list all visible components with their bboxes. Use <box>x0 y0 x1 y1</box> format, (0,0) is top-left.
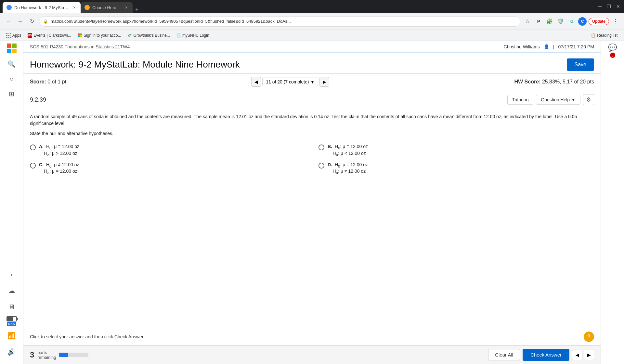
reading-list-button[interactable]: 📋 Reading list <box>588 32 620 39</box>
new-tab-button[interactable]: + <box>133 6 141 13</box>
save-button[interactable]: Save <box>567 58 594 71</box>
option-a-row: A. H0: μ = 12.00 oz Ha: μ > 12.00 oz <box>30 144 306 157</box>
option-d-h0: D. H0: μ = 12.00 oz <box>328 162 368 168</box>
browser-titlebar: Do Homework - 9-2 MyStatLab: ✕ Course He… <box>0 0 624 13</box>
hw-score-label: HW Score: <box>514 79 541 84</box>
option-d-radio[interactable] <box>318 163 324 169</box>
settings-button[interactable]: ⚙ <box>583 94 594 105</box>
more-options-button[interactable]: ⋮ <box>611 17 620 26</box>
homework-title: Homework: 9-2 MyStatLab: Module Nine Hom… <box>30 59 240 70</box>
hw-score-right: HW Score: 25.83%, 5.17 of 20 pts <box>514 79 594 85</box>
address-bar[interactable]: 🔒 mathxl.com/Student/PlayerHomework.aspx… <box>39 16 520 27</box>
course-title: SCS-501-R4230 Foundations in Statistics … <box>30 44 130 49</box>
question-help-label: Question Help <box>541 97 570 102</box>
bottom-instruction-bar: Click to select your answer and then cli… <box>23 328 601 345</box>
check-answer-button[interactable]: Check Answer <box>523 349 569 361</box>
tab1-title: Do Homework - 9-2 MyStatLab: <box>14 5 69 10</box>
question-num-row: 9.2.39 Tutoring Question Help ▼ ⚙ <box>30 90 594 108</box>
sidebar-screen-icon[interactable]: 🖥 <box>5 300 19 314</box>
help-button[interactable]: ? <box>584 332 594 342</box>
inactive-tab[interactable]: Course Hero ✕ <box>81 2 133 13</box>
question-text: A random sample of 49 cans of soda is ob… <box>30 108 594 131</box>
profile-button[interactable]: C <box>578 17 587 26</box>
next-question-button[interactable]: ▶ <box>319 77 329 87</box>
question-instruction: State the null and alternative hypothese… <box>30 131 594 136</box>
signin-label: Sign in to your acco... <box>84 33 121 38</box>
option-c-content: C. H0: μ ≠ 12.00 oz Ha: μ = 12.00 oz <box>39 162 79 175</box>
footer-next-button[interactable]: ▶ <box>584 350 594 360</box>
sidebar-grid-icon[interactable]: ⊞ <box>5 87 19 101</box>
footer-nav-arrows: ◀ ▶ <box>572 350 594 360</box>
footer-action-bar: 3 parts remaining Clear All Check Answer… <box>23 345 601 364</box>
tutoring-button[interactable]: Tutoring <box>507 95 534 105</box>
growthink-icon: gt <box>128 33 132 38</box>
user-name: Christine Williams <box>504 44 540 49</box>
lock-icon: 🔒 <box>43 19 48 24</box>
score-bar: Score: 0 of 1 pt ◀ 11 of 20 (7 complete)… <box>23 74 601 90</box>
option-d-ha: Ha: μ ≠ 12.00 oz <box>328 169 368 175</box>
sidebar-chevron-right-icon[interactable]: › <box>5 268 19 281</box>
bookmark-mysnhu[interactable]: 🗒️ mySNHU Login <box>174 32 212 39</box>
question-number: 9.2.39 <box>30 96 46 103</box>
restore-button[interactable]: ❐ <box>605 4 612 9</box>
progress-mini-bar <box>59 353 88 357</box>
score-value: 0 of 1 pt <box>47 79 66 84</box>
chat-icon-btn[interactable]: 💬 5 <box>608 44 617 58</box>
reading-list-icon: 📋 <box>591 33 596 38</box>
battery-percent: 67% <box>7 322 16 326</box>
answer-options-grid: A. H0: μ = 12.00 oz Ha: μ > 12.00 oz B. <box>30 141 594 177</box>
bookmark-signin[interactable]: Sign in to your acco... <box>75 32 124 39</box>
parts-label: parts remaining <box>37 350 56 360</box>
question-tools: Tutoring Question Help ▼ ⚙ <box>507 94 594 105</box>
reload-button[interactable]: ↻ <box>27 17 36 26</box>
clear-all-button[interactable]: Clear All <box>488 349 520 360</box>
apps-grid-icon <box>6 33 11 38</box>
sidebar-cloud-icon[interactable]: ☁ <box>5 284 19 297</box>
bookmark-growthink[interactable]: gt Growthink's Busine... <box>125 32 173 39</box>
question-nav-label: 11 of 20 (7 complete) <box>266 79 309 84</box>
option-c-radio[interactable] <box>30 163 36 169</box>
bookmark-events[interactable]: DV Events | Clarkstown... <box>25 32 74 39</box>
sidebar-circle-icon[interactable]: ○ <box>5 72 19 86</box>
question-help-button[interactable]: Question Help ▼ <box>536 95 580 105</box>
option-b-radio[interactable] <box>318 144 324 150</box>
option-a-h0: A. H0: μ = 12.00 oz <box>39 144 79 150</box>
minimize-button[interactable]: ─ <box>597 4 603 9</box>
back-button[interactable]: ← <box>4 17 13 26</box>
bookmark-star-button[interactable]: ☆ <box>523 17 532 26</box>
tab2-close-btn[interactable]: ✕ <box>124 5 129 10</box>
nav-right-icons: ☆ P 🧩 🛡️ G C Update ⋮ <box>523 17 620 26</box>
events-label: Events | Clarkstown... <box>33 33 71 38</box>
sidebar-search-icon[interactable]: 🔍 <box>5 57 19 71</box>
footer-prev-button[interactable]: ◀ <box>572 350 582 360</box>
windows-logo[interactable] <box>7 44 17 53</box>
option-a-radio[interactable] <box>30 144 36 150</box>
question-navigation: ◀ 11 of 20 (7 complete) ▼ ▶ <box>251 77 329 87</box>
forward-button[interactable]: → <box>16 17 25 26</box>
click-instruction: Click to select your answer and then cli… <box>30 334 145 339</box>
shield-icon-btn[interactable]: 🛡️ <box>556 17 565 26</box>
bookmark-apps[interactable]: Apps <box>4 32 24 39</box>
microsoft-icon <box>78 33 82 38</box>
close-button[interactable]: ✕ <box>615 4 621 9</box>
pinterest-icon-btn[interactable]: P <box>534 17 543 26</box>
score-left: Score: 0 of 1 pt <box>30 79 66 85</box>
extensions-icon-btn[interactable]: 🧩 <box>545 17 554 26</box>
sidebar-wifi-icon[interactable]: 📶 <box>5 329 19 343</box>
active-tab[interactable]: Do Homework - 9-2 MyStatLab: ✕ <box>3 2 81 13</box>
apps-label: Apps <box>12 33 21 38</box>
sidebar-volume-icon[interactable]: 🔊 <box>5 345 19 359</box>
navigation-bar: ← → ↻ 🔒 mathxl.com/Student/PlayerHomewor… <box>0 13 624 30</box>
question-nav-chevron-icon: ▼ <box>310 79 315 84</box>
events-icon: DV <box>28 33 32 38</box>
hw-score-value: 25.83%, 5.17 of 20 pts <box>542 79 594 84</box>
tab1-close-btn[interactable]: ✕ <box>72 5 77 10</box>
course-header: SCS-501-R4230 Foundations in Statistics … <box>23 41 601 53</box>
option-d-row: D. H0: μ = 12.00 oz Ha: μ ≠ 12.00 oz <box>318 162 594 175</box>
question-nav-dropdown[interactable]: 11 of 20 (7 complete) ▼ <box>262 78 318 86</box>
grammarly-icon-btn[interactable]: G <box>567 17 576 26</box>
prev-question-button[interactable]: ◀ <box>251 77 261 87</box>
update-button[interactable]: Update <box>589 18 609 25</box>
footer-action-buttons: Clear All Check Answer ◀ ▶ <box>488 349 594 361</box>
header-right: Christine Williams 👤 | 07/17/21 7:20 PM <box>504 44 594 49</box>
